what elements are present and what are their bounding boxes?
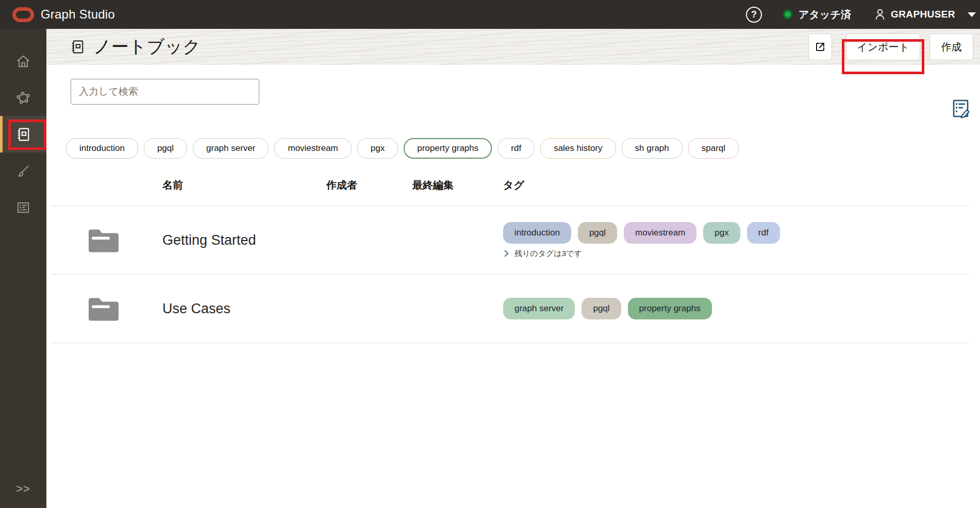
folder-cell: [87, 226, 162, 255]
attach-status[interactable]: アタッチ済: [784, 8, 851, 22]
folder-icon: [87, 226, 121, 255]
chevron-right-icon: [504, 250, 509, 257]
tag-chip-graph-server: graph server: [503, 298, 575, 319]
col-header-last-edited: 最終編集: [412, 178, 503, 192]
col-header-name: 名前: [162, 178, 326, 192]
table-body: Getting Started introductionpgqlmoviestr…: [52, 206, 970, 343]
filter-tag-sales-history[interactable]: sales history: [540, 138, 616, 159]
tag-chip-pgx: pgx: [703, 222, 740, 244]
table-row[interactable]: Getting Started introductionpgqlmoviestr…: [52, 206, 970, 275]
create-button[interactable]: 作成: [929, 33, 973, 60]
status-dot-icon: [784, 10, 792, 19]
more-tags-label: 残りのタグは3です: [514, 249, 582, 259]
topbar-right: ? アタッチ済 GRAPHUSER: [746, 7, 976, 23]
filter-tag-pgx[interactable]: pgx: [357, 138, 398, 159]
filter-bar: introductionpgqlgraph servermoviestreamp…: [66, 138, 980, 159]
edit-list-button[interactable]: [951, 98, 972, 119]
graph-model-icon: [15, 90, 31, 106]
page-title: ノートブック: [93, 35, 201, 59]
tag-chip-rdf: rdf: [747, 222, 780, 244]
row-name: Use Cases: [162, 301, 326, 317]
filter-tag-rdf[interactable]: rdf: [497, 138, 535, 159]
more-tags-toggle[interactable]: 残りのタグは3です: [504, 249, 970, 259]
status-label: アタッチ済: [799, 8, 851, 22]
person-icon: [874, 8, 886, 21]
tag-chip-pgql: pgql: [578, 222, 617, 244]
sidebar-item-home[interactable]: [0, 43, 46, 79]
list-edit-icon: [951, 98, 972, 119]
tag-chip-moviestream: moviestream: [624, 222, 696, 244]
chevron-down-icon: [968, 12, 976, 17]
filter-tag-graph-server[interactable]: graph server: [193, 138, 269, 159]
page: Graph Studio ? アタッチ済 GRAPHUSER: [0, 0, 980, 508]
filter-tag-pgql[interactable]: pgql: [144, 138, 187, 159]
sidebar-item-notebooks[interactable]: [0, 116, 46, 153]
content: introductionpgqlgraph servermoviestreamp…: [46, 65, 980, 508]
sidebar: >>: [0, 29, 46, 508]
help-icon[interactable]: ?: [746, 7, 762, 23]
notebooks-table: 名前 作成者 最終編集 タグ Getting Started introduct…: [52, 159, 970, 343]
col-header-tags: タグ: [503, 178, 970, 192]
filter-tag-sh-graph[interactable]: sh graph: [622, 138, 683, 159]
open-external-button[interactable]: [808, 33, 832, 60]
jobs-icon: [15, 200, 31, 215]
user-menu[interactable]: GRAPHUSER: [874, 8, 976, 21]
sidebar-expand-button[interactable]: >>: [0, 482, 46, 496]
notebooks-icon: [15, 126, 31, 143]
folder-cell: [87, 295, 162, 323]
table-row[interactable]: Use Cases graph serverpgqlproperty graph…: [52, 275, 970, 343]
brand: Graph Studio: [12, 7, 115, 22]
main: ノートブック インポート 作成: [46, 29, 980, 508]
notebook-title-icon: [69, 39, 86, 55]
filter-tag-sparql[interactable]: sparql: [688, 138, 739, 159]
tag-chip-property-graphs: property graphs: [628, 298, 712, 319]
row-tags-cell: graph serverpgqlproperty graphs: [503, 291, 970, 327]
folder-icon: [87, 295, 121, 323]
tag-chip-introduction: introduction: [503, 222, 571, 244]
sidebar-item-graphs[interactable]: [0, 79, 46, 116]
filter-tag-moviestream[interactable]: moviestream: [274, 138, 351, 159]
row-tags-cell: introductionpgqlmoviestreampgxrdf 残りのタグは…: [503, 215, 970, 266]
sidebar-item-jobs[interactable]: [0, 189, 46, 226]
export-icon: [814, 41, 826, 53]
table-header-row: 名前 作成者 最終編集 タグ: [52, 159, 970, 206]
sidebar-item-design[interactable]: [0, 153, 46, 189]
row-name: Getting Started: [162, 232, 326, 248]
app-title: Graph Studio: [41, 7, 115, 22]
import-button[interactable]: インポート: [846, 33, 920, 60]
home-icon: [15, 54, 31, 69]
search-input[interactable]: [71, 79, 259, 105]
row-tags: introductionpgqlmoviestreampgxrdf: [503, 222, 970, 244]
tag-chip-pgql: pgql: [582, 298, 621, 319]
user-label: GRAPHUSER: [891, 9, 955, 20]
row-tags: graph serverpgqlproperty graphs: [503, 298, 970, 319]
oracle-logo-icon: [12, 7, 34, 22]
filter-tag-introduction[interactable]: introduction: [66, 138, 138, 159]
filter-tag-property-graphs[interactable]: property graphs: [404, 138, 492, 159]
col-header-creator: 作成者: [326, 178, 412, 192]
design-brush-icon: [15, 163, 31, 179]
page-header: ノートブック インポート 作成: [46, 29, 980, 65]
